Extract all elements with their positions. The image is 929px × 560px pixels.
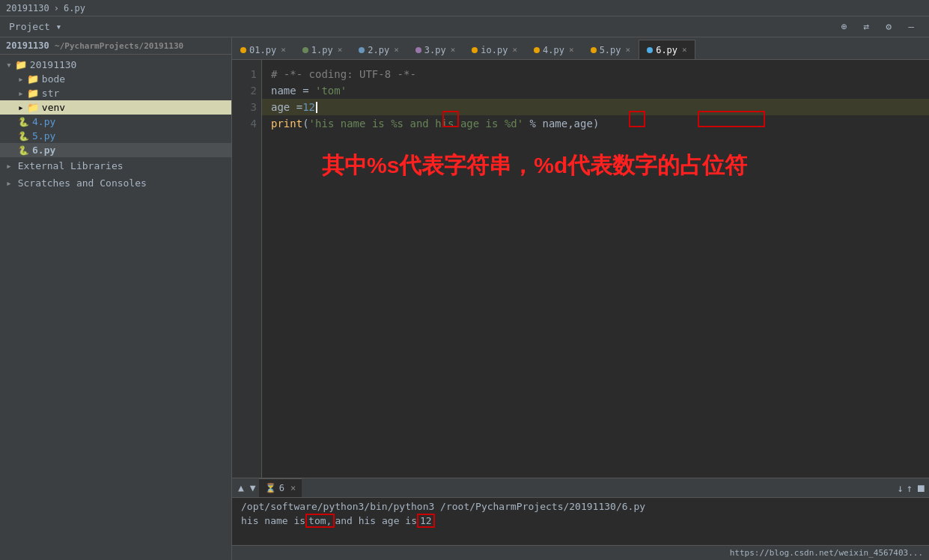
dot-01py bbox=[240, 47, 246, 53]
close-1py[interactable]: × bbox=[338, 45, 343, 55]
venv-folder-icon: 📁 bbox=[27, 102, 39, 113]
console-tab-close[interactable]: × bbox=[290, 483, 296, 493]
external-libraries[interactable]: ▸ External Libraries bbox=[0, 157, 231, 174]
tab-01py[interactable]: 01.py × bbox=[232, 40, 294, 59]
tree-item-str[interactable]: ▸ 📁 str bbox=[0, 86, 231, 100]
tab-iopy[interactable]: io.py × bbox=[463, 40, 526, 59]
title-file: 6.py bbox=[64, 3, 85, 13]
dot-1py bbox=[302, 47, 308, 53]
code-editor[interactable]: 1 2 3 4 # -*- coding: UTF-8 -*- name = '… bbox=[232, 60, 929, 478]
output-prefix: his name is bbox=[241, 515, 305, 526]
main-area: 20191130 ~/PycharmProjects/20191130 ▾ 📁 … bbox=[0, 37, 929, 560]
tree-label-str: str bbox=[42, 88, 59, 99]
line3-eq: = bbox=[290, 99, 302, 115]
tree-root[interactable]: ▾ 📁 20191130 bbox=[0, 58, 231, 72]
title-bar: 20191130 › 6.py bbox=[0, 0, 929, 16]
tab-1py[interactable]: 1.py × bbox=[294, 40, 351, 59]
close-01py[interactable]: × bbox=[281, 45, 286, 55]
console-icon-stop[interactable]: ⏹ bbox=[916, 482, 926, 494]
line1-comment: # -*- coding: UTF-8 -*- bbox=[271, 66, 416, 82]
line3-value: 12 bbox=[302, 99, 315, 115]
close-5py[interactable]: × bbox=[626, 45, 631, 55]
ext-expand-icon: ▸ bbox=[6, 160, 12, 171]
scratches-consoles[interactable]: ▸ Scratches and Consoles bbox=[0, 174, 231, 192]
code-line-2: name = 'tom' bbox=[271, 82, 920, 99]
output-mid: and his age is bbox=[335, 515, 417, 526]
editor-area: 01.py × 1.py × 2.py × 3.py × io.py × bbox=[232, 37, 929, 560]
tab-label-6py: 6.py bbox=[656, 45, 677, 55]
output-tom-box: tom, bbox=[305, 514, 335, 528]
footer-url: https://blog.csdn.net/weixin_4567403... bbox=[730, 548, 923, 558]
tree-item-4py[interactable]: 🐍 4.py bbox=[0, 115, 231, 129]
bode-folder-icon: 📁 bbox=[27, 73, 39, 85]
menu-icon-arrows[interactable]: ⇄ bbox=[858, 21, 876, 32]
close-6py[interactable]: × bbox=[682, 45, 687, 55]
line-num-4: 4 bbox=[232, 115, 257, 132]
tab-2py[interactable]: 2.py × bbox=[350, 40, 407, 59]
console-icon-up2[interactable]: ↑ bbox=[907, 482, 913, 494]
console-output: his name is tom, and his age is 12 bbox=[241, 514, 920, 528]
line3-age: age bbox=[271, 99, 290, 115]
dot-iopy bbox=[472, 47, 478, 53]
line4-percent: % bbox=[523, 115, 542, 132]
line4-args: name,age) bbox=[542, 115, 599, 132]
tab-label-1py: 1.py bbox=[311, 45, 333, 55]
tab-label-4py: 4.py bbox=[543, 45, 564, 55]
expand-icon-bode: ▸ bbox=[18, 73, 24, 85]
code-line-1: # -*- coding: UTF-8 -*- bbox=[271, 66, 920, 82]
code-content[interactable]: # -*- coding: UTF-8 -*- name = 'tom' age… bbox=[262, 60, 929, 478]
annotation-chinese: 其中%s代表字符串，%d代表数字的占位符 bbox=[322, 150, 747, 181]
tab-label-3py: 3.py bbox=[424, 45, 446, 55]
console-tab-6[interactable]: ⏳ 6 × bbox=[259, 478, 302, 497]
console-arrow-down[interactable]: ▼ bbox=[247, 482, 259, 493]
tree-label-5py: 5.py bbox=[32, 130, 55, 141]
close-iopy[interactable]: × bbox=[512, 45, 517, 55]
console-content: /opt/software/python3/bin/python3 /root/… bbox=[232, 498, 929, 545]
tab-label-2py: 2.py bbox=[368, 45, 389, 55]
close-2py[interactable]: × bbox=[394, 45, 399, 55]
tab-label-01py: 01.py bbox=[249, 45, 276, 55]
tree-item-bode[interactable]: ▸ 📁 bode bbox=[0, 72, 231, 86]
close-3py[interactable]: × bbox=[451, 45, 456, 55]
tab-4py[interactable]: 4.py × bbox=[526, 40, 582, 59]
tab-3py[interactable]: 3.py × bbox=[407, 40, 464, 59]
menu-icon-minimize[interactable]: — bbox=[902, 21, 920, 32]
line4-print: print bbox=[271, 115, 302, 132]
console-icon-down[interactable]: ↓ bbox=[897, 482, 903, 494]
sidebar-header: 20191130 ~/PycharmProjects/20191130 bbox=[0, 37, 231, 55]
4py-icon: 🐍 bbox=[18, 117, 29, 127]
console-arrow-up[interactable]: ▲ bbox=[235, 482, 247, 493]
tree-label-4py: 4.py bbox=[32, 116, 55, 127]
tab-5py[interactable]: 5.py × bbox=[582, 40, 639, 59]
tree-label-venv: venv bbox=[42, 102, 65, 113]
line-num-1: 1 bbox=[232, 66, 257, 82]
menu-icon-sync[interactable]: ⊕ bbox=[835, 21, 853, 32]
console-run-command: /opt/software/python3/bin/python3 /root/… bbox=[241, 501, 920, 512]
5py-icon: 🐍 bbox=[18, 131, 29, 141]
menu-project[interactable]: Project ▾ bbox=[3, 16, 67, 37]
expand-icon-venv: ▸ bbox=[18, 102, 24, 113]
tab-label-iopy: io.py bbox=[481, 45, 508, 55]
line-num-2: 2 bbox=[232, 82, 257, 99]
line2-eq: = bbox=[296, 82, 315, 99]
tree-item-5py[interactable]: 🐍 5.py bbox=[0, 129, 231, 143]
scratch-expand-icon: ▸ bbox=[6, 177, 12, 189]
console-tab-label: 6 bbox=[279, 483, 284, 493]
tree-item-6py[interactable]: 🐍 6.py bbox=[0, 143, 231, 157]
str-folder-icon: 📁 bbox=[27, 88, 39, 99]
line-numbers: 1 2 3 4 bbox=[232, 60, 262, 478]
expand-icon-str: ▸ bbox=[18, 88, 24, 99]
close-4py[interactable]: × bbox=[569, 45, 574, 55]
dot-6py bbox=[647, 47, 653, 53]
code-line-4: print ( 'his name is %s and his age is %… bbox=[271, 115, 920, 132]
menu-icon-settings[interactable]: ⚙ bbox=[880, 21, 898, 32]
tab-label-5py: 5.py bbox=[600, 45, 621, 55]
line2-name: name bbox=[271, 82, 296, 99]
dot-2py bbox=[359, 47, 365, 53]
tab-6py[interactable]: 6.py × bbox=[639, 40, 695, 59]
tree-item-venv[interactable]: ▸ 📁 venv bbox=[0, 100, 231, 115]
dot-4py bbox=[534, 47, 540, 53]
6py-icon: 🐍 bbox=[18, 145, 29, 156]
console-loading-icon: ⏳ bbox=[265, 483, 276, 493]
output-num-box: 12 bbox=[417, 514, 435, 528]
